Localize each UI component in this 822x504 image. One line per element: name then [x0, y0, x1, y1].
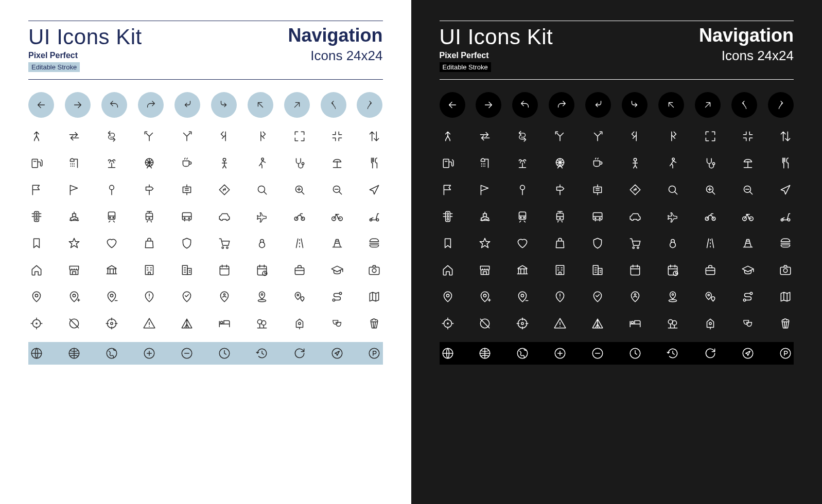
icon-row [440, 128, 794, 145]
bus-icon [589, 208, 606, 225]
graduation-cap-icon [740, 262, 756, 278]
compass-off-icon [477, 315, 493, 332]
arrow-up-right-icon [284, 92, 310, 118]
burger-icon [777, 235, 794, 251]
map-pin-area-icon [254, 289, 270, 305]
arrow-up-right-icon [695, 92, 721, 118]
icon-row [440, 262, 794, 278]
shield-icon [179, 235, 195, 251]
popcorn-icon [366, 315, 382, 332]
navigate-arrow-icon [777, 182, 794, 198]
apartment-icon [552, 262, 568, 278]
train-icon [514, 208, 531, 225]
gas-station-icon [440, 155, 456, 171]
warning-triangle-icon [552, 315, 568, 332]
turn-left-icon [585, 92, 611, 118]
restaurant-icon [366, 155, 382, 171]
arrow-left-icon [28, 92, 54, 118]
category-title: Navigation [699, 26, 794, 45]
icon-row [440, 208, 794, 225]
home-icon [440, 262, 456, 278]
road-icon [291, 235, 308, 251]
flag-outline-icon [477, 182, 493, 198]
airplane-icon [664, 208, 681, 225]
beach-umbrella-icon [740, 155, 756, 171]
flag-outline-icon [66, 182, 82, 198]
flag-filled-icon [440, 182, 456, 198]
icon-grid [28, 92, 383, 365]
shopping-bag-icon [552, 235, 568, 251]
curve-left-icon [321, 92, 346, 118]
map-pin-person-icon [216, 289, 233, 305]
parking-icon [366, 345, 382, 362]
curve-right-icon [357, 92, 382, 118]
branch-left-icon [216, 128, 233, 145]
kettlebell-icon [664, 235, 681, 251]
cafe-icon [589, 155, 606, 171]
beach-umbrella-icon [329, 155, 345, 171]
calendar-icon [627, 262, 643, 278]
gas-station-icon [28, 155, 45, 171]
branch-right-icon [664, 128, 681, 145]
signpost-icon [141, 182, 158, 198]
apartment-icon [141, 262, 158, 278]
fork-left-icon [552, 128, 568, 145]
shopping-cart-icon [627, 235, 643, 251]
fountain-icon [103, 155, 120, 171]
home-icon [28, 262, 45, 278]
heart-icon [514, 235, 531, 251]
search-icon [664, 182, 681, 198]
stethoscope-icon [291, 155, 308, 171]
map-pin-remove-icon [103, 289, 120, 305]
storefront-icon [66, 262, 82, 278]
map-pin-icon [440, 289, 456, 305]
search-icon [254, 182, 270, 198]
branch-left-icon [627, 128, 643, 145]
walking-icon [664, 155, 681, 171]
icon-row [440, 315, 794, 332]
shower-icon [66, 155, 82, 171]
icon-row [440, 235, 794, 251]
globe-icon [28, 345, 45, 362]
map-pin-check-icon [589, 289, 606, 305]
zoom-out-icon [740, 182, 756, 198]
turn-left-icon [174, 92, 200, 118]
sort-vertical-icon [777, 128, 794, 145]
route-icon [740, 289, 756, 305]
ship-icon [66, 208, 82, 225]
map-pin-alert-icon [552, 289, 568, 305]
arrow-up-left-icon [658, 92, 684, 118]
map-pin-check-icon [179, 289, 195, 305]
fountain-icon [514, 155, 531, 171]
kit-title: UI Icons Kit [440, 26, 553, 48]
compass-off-icon [66, 315, 82, 332]
minus-circle-icon [179, 345, 195, 362]
map-pin-person-icon [627, 289, 643, 305]
star-icon [66, 235, 82, 251]
icon-row [28, 128, 383, 145]
kettlebell-icon [254, 235, 270, 251]
header: UI Icons Kit Pixel Perfect Editable Stro… [28, 21, 383, 80]
undo-icon [101, 92, 127, 118]
car-icon [627, 208, 643, 225]
traffic-light-icon [28, 208, 45, 225]
icon-row [440, 155, 794, 171]
office-building-icon [589, 262, 606, 278]
send-circle-icon [740, 345, 756, 362]
editable-stroke-badge: Editable Stroke [28, 62, 80, 72]
s-curve-icon [514, 128, 531, 145]
curve-left-icon [731, 92, 757, 118]
bank-icon [514, 262, 531, 278]
pixel-perfect-label: Pixel Perfect [440, 51, 553, 60]
road-icon [702, 235, 719, 251]
office-building-icon [179, 262, 195, 278]
theater-masks-icon [740, 315, 756, 332]
shield-icon [589, 235, 606, 251]
calendar-clock-icon [254, 262, 270, 278]
route-icon [329, 289, 345, 305]
camera-icon [366, 262, 382, 278]
bed-icon [627, 315, 643, 332]
expand-icon [702, 128, 719, 145]
signboard-icon [589, 182, 606, 198]
icon-row [28, 92, 383, 118]
